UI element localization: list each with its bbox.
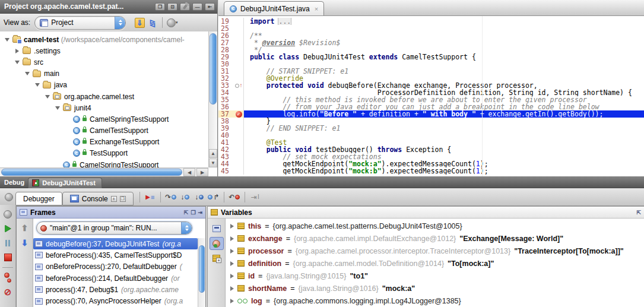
watch-icon[interactable] xyxy=(210,237,224,250)
code-line[interactable]: 38 } xyxy=(218,118,644,125)
frame-item[interactable]: beforeProcess():435, CamelTestSupport$D xyxy=(33,249,198,261)
scroll-left-button[interactable]: ◀ xyxy=(183,168,195,176)
minimize-icon[interactable]: — xyxy=(192,3,202,11)
step-out-icon[interactable]: ↱ xyxy=(207,191,221,204)
chevron-right-icon[interactable] xyxy=(230,261,234,266)
code-line[interactable]: 33↑ protected void debugBefore(Exchange … xyxy=(218,82,644,89)
tree-item[interactable]: src xyxy=(0,56,208,68)
code-line[interactable]: 26/** xyxy=(218,32,644,39)
code-line[interactable]: 44 getMockEndpoint("mock:a").expectedMes… xyxy=(218,160,644,167)
tree-item[interactable]: junit4 xyxy=(0,102,208,113)
code-line[interactable]: 37✓ log.info("Before " + definition + " … xyxy=(218,110,644,118)
view-as-combobox[interactable]: Project xyxy=(34,16,126,30)
dock-window-icon[interactable]: ⊡ xyxy=(167,3,177,11)
project-horizontal-scrollbar[interactable]: ◀ ▶ xyxy=(0,167,208,176)
tree-item[interactable]: TestSupport xyxy=(0,148,208,159)
view-breakpoints-icon[interactable] xyxy=(2,271,14,283)
code-line[interactable]: 25 xyxy=(218,25,644,32)
expander-open-icon[interactable] xyxy=(54,106,61,110)
chevron-right-icon[interactable] xyxy=(230,249,234,254)
restore-layout-icon[interactable]: ⇱ xyxy=(184,210,189,216)
code-line[interactable]: 42 public void testDebugger() throws Exc… xyxy=(218,146,644,153)
variable-item[interactable]: this = {org.apache.camel.test.patterns.D… xyxy=(226,220,644,232)
editor-tab[interactable]: DebugJUnit4Test.java × xyxy=(224,1,324,15)
step-into-icon[interactable]: ↓ xyxy=(178,191,192,204)
restore-layout-icon[interactable]: ⇱ xyxy=(636,210,641,216)
code-line[interactable]: 27 * @version $Revision$ xyxy=(218,39,644,46)
tree-item[interactable]: java xyxy=(0,80,208,91)
frame-item[interactable]: onBeforeProcess():270, DefaultDebugger ( xyxy=(33,261,198,273)
debug-session-tab[interactable]: DebugJUnit4Test xyxy=(28,178,102,188)
scroll-up-button[interactable]: ▲ xyxy=(209,149,217,158)
tree-item[interactable]: CamelSpringTestSupport xyxy=(0,113,208,125)
tab-debugger[interactable]: Debugger xyxy=(15,192,62,205)
scrollbar-thumb[interactable] xyxy=(199,245,205,293)
variable-item[interactable]: log = {org.apache.commons.logging.impl.L… xyxy=(226,295,644,307)
pin-icon[interactable] xyxy=(180,3,190,11)
pause-icon[interactable] xyxy=(2,237,14,249)
rerun-icon[interactable] xyxy=(2,208,14,220)
expander-open-icon[interactable] xyxy=(44,95,51,99)
tree-item[interactable]: ExchangeTestSupport xyxy=(0,137,208,148)
code-line[interactable]: 19import ... xyxy=(218,18,644,25)
code-line[interactable]: 43 // set mock expectations xyxy=(218,153,644,160)
resume-icon[interactable] xyxy=(2,223,14,235)
tree-item[interactable]: main xyxy=(0,68,208,80)
scroll-down-button[interactable]: ▼ xyxy=(209,159,217,167)
hide-panel-icon[interactable]: ⇤ xyxy=(205,3,215,11)
code-line[interactable]: 35 // this method is invoked before we a… xyxy=(218,96,644,103)
settings-gear-icon[interactable]: ▾ xyxy=(166,17,179,29)
close-tab-icon[interactable]: × xyxy=(315,5,318,12)
frame-up-icon[interactable]: ⬆ xyxy=(21,223,28,233)
variable-item[interactable]: shortName = {java.lang.String@1016}"mock… xyxy=(226,282,644,295)
variable-item[interactable]: id = {java.lang.String@1015}"to1" xyxy=(226,270,644,282)
stop-icon[interactable] xyxy=(2,251,14,263)
expander-open-icon[interactable] xyxy=(4,38,11,42)
code-line[interactable]: 28 */ xyxy=(218,46,644,53)
evaluate-expression-icon[interactable] xyxy=(210,222,224,235)
thread-stepper-icon[interactable] xyxy=(181,222,192,234)
expander-open-icon[interactable] xyxy=(34,83,41,87)
float-window-icon[interactable]: ❒ xyxy=(155,3,165,11)
code-line[interactable]: 29public class DebugJUnit4Test extends C… xyxy=(218,53,644,61)
tree-item[interactable]: org.apache.camel.test xyxy=(0,91,208,102)
code-line[interactable]: 32 @Override xyxy=(218,75,644,82)
variable-item[interactable]: definition = {org.apache.camel.model.ToD… xyxy=(226,257,644,270)
pop-frame-icon[interactable]: ↶ xyxy=(227,191,242,204)
frame-down-icon[interactable]: ⬇ xyxy=(21,238,28,248)
float-tab-icon[interactable]: ❒ xyxy=(120,196,126,202)
chevron-right-icon[interactable] xyxy=(230,286,234,291)
chevron-right-icon[interactable] xyxy=(230,299,234,303)
tab-console[interactable]: Console ± ❒ xyxy=(62,192,134,205)
force-step-into-icon[interactable]: ↓ xyxy=(192,191,207,204)
collapse-all-icon[interactable]: ⧎ xyxy=(146,17,159,29)
tree-item[interactable]: CamelTestSupport xyxy=(0,125,208,137)
variable-item[interactable]: processor = {org.apache.camel.processor.… xyxy=(226,245,644,257)
expander-closed-icon[interactable] xyxy=(14,49,21,53)
chevron-right-icon[interactable] xyxy=(230,274,234,278)
frames-scrollbar[interactable] xyxy=(198,238,205,307)
project-vertical-scrollbar[interactable]: ▲ ▼ xyxy=(208,31,217,167)
show-execution-point-icon[interactable]: ▶≡ xyxy=(143,191,157,204)
scrollbar-thumb[interactable] xyxy=(210,33,217,105)
autoscroll-icon[interactable] xyxy=(210,252,224,265)
code-line[interactable]: 36 // from your Java editor you can just… xyxy=(218,103,644,110)
breakpoint-icon[interactable]: ✓ xyxy=(236,111,242,118)
mute-breakpoints-icon[interactable]: ⊘ xyxy=(2,286,14,297)
hide-icon[interactable]: ⇥ xyxy=(198,210,202,216)
scroll-to-source-icon[interactable]: ⇓ xyxy=(133,17,146,29)
frame-item[interactable]: debugBefore():37, DebugJUnit4Test (org.a xyxy=(33,238,198,249)
tree-item[interactable]: camel-test (/workspace/camel/components/… xyxy=(0,34,208,45)
override-ring-icon[interactable] xyxy=(235,84,239,88)
expander-open-icon[interactable] xyxy=(24,72,31,75)
step-over-icon[interactable]: ↷ xyxy=(164,191,178,204)
frame-item[interactable]: process():47, Debug$1 (org.apache.came xyxy=(33,284,198,295)
frame-item[interactable]: beforeProcess():214, DefaultDebugger (or xyxy=(33,273,198,284)
chevron-right-icon[interactable] xyxy=(230,224,234,229)
code-line[interactable]: 39 // END SNIPPET: e1 xyxy=(218,125,644,132)
tree-item[interactable]: .settings xyxy=(0,45,208,56)
scroll-right-button[interactable]: ▶ xyxy=(196,168,208,176)
variable-item[interactable]: exchange = {org.apache.camel.impl.Defaul… xyxy=(226,232,644,245)
scrollbar-thumb[interactable] xyxy=(1,169,182,176)
code-line[interactable]: 30 xyxy=(218,61,644,68)
